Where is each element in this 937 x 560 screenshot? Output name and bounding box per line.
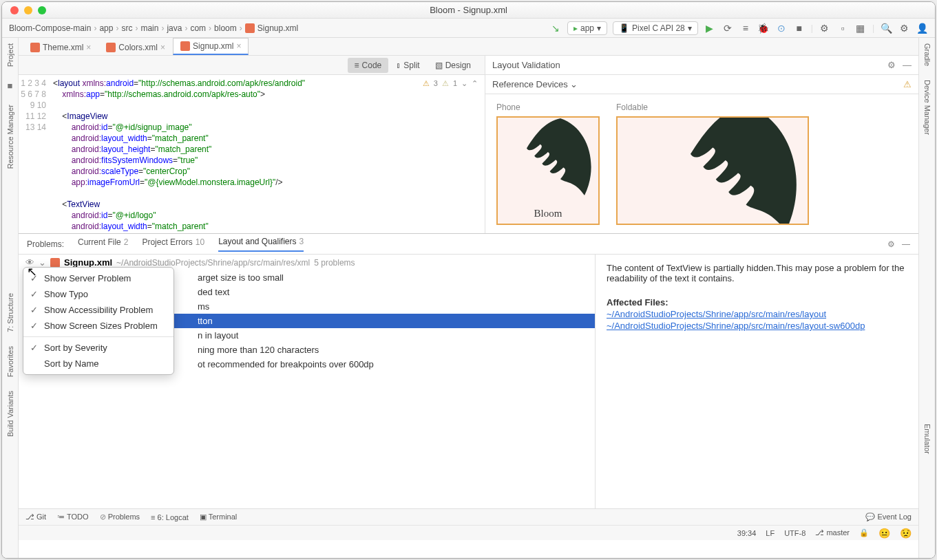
view-tab-code[interactable]: ≡ Code (348, 58, 389, 73)
problem-item-selected[interactable]: tton (156, 314, 595, 328)
settings-icon[interactable]: ⚙ (898, 22, 910, 34)
inspection-summary[interactable]: ⚠3 ⚠1 ⌄ ⌃ (423, 78, 478, 89)
rail-project[interactable]: Project (6, 43, 14, 67)
rail-gradle[interactable]: Gradle (923, 43, 931, 66)
rail-build-variants[interactable]: Build Variants (6, 391, 14, 437)
editor-tabs: Theme.xml× Colors.xml× Signup.xml× (19, 38, 918, 56)
view-tab-split[interactable]: ⫾ Split (390, 58, 426, 73)
warning-icon[interactable]: ⚠ (903, 79, 912, 89)
avd-icon[interactable]: ⚙ (819, 22, 831, 34)
reference-devices-dropdown[interactable]: Reference Devices ⌄ (492, 79, 578, 89)
sdk-icon[interactable]: ▫ (836, 22, 849, 34)
run-config-dropdown[interactable]: ▸app▾ (567, 21, 607, 35)
tab-theme[interactable]: Theme.xml× (23, 39, 98, 55)
tool-event-log[interactable]: 💬 Event Log (865, 513, 912, 521)
tab-colors[interactable]: Colors.xml× (98, 39, 173, 55)
menu-show-typo[interactable]: ✓Show Typo (23, 286, 173, 302)
menu-sort-severity[interactable]: ✓Sort by Severity (23, 340, 173, 356)
menu-sort-name[interactable]: Sort by Name (23, 356, 173, 371)
warning-icon: ⚠ (423, 78, 430, 89)
rail-device-manager[interactable]: Device Manager (923, 80, 931, 135)
profiler-icon[interactable]: 🐞 (757, 22, 770, 34)
problem-item[interactable]: ded text (156, 285, 595, 299)
code-editor[interactable]: 1 2 3 4 5 6 7 8 9 10 11 12 13 14 <layout… (19, 75, 485, 233)
maximize-window[interactable] (38, 6, 46, 14)
breadcrumb[interactable]: Bloom-Compose-main› app› src› main› java… (9, 23, 549, 33)
preview-foldable[interactable] (616, 116, 809, 225)
ide-status-sad-icon[interactable]: 😟 (900, 528, 912, 539)
menu-show-screen-sizes[interactable]: ✓Show Screen Sizes Problem (23, 318, 173, 334)
run-icon[interactable]: ▶ (704, 22, 716, 34)
menu-show-server-problem[interactable]: ✓Show Server Problem (23, 270, 173, 286)
tool-logcat[interactable]: ≡ 6: Logcat (151, 513, 189, 521)
left-tool-rail: Project ■ Resource Manager 7: Structure … (2, 38, 19, 558)
rail-structure[interactable]: 7: Structure (6, 293, 14, 332)
gear-icon[interactable]: ⚙ (887, 60, 896, 70)
close-window[interactable] (10, 6, 19, 14)
problem-item[interactable]: n in layout (156, 328, 595, 343)
coverage-icon[interactable]: ≡ (739, 22, 752, 34)
layout-validation-header: Layout Validation ⚙— (485, 56, 918, 75)
stop-icon[interactable]: ■ (793, 22, 806, 34)
preview-phone[interactable]: Bloom (496, 116, 600, 225)
status-line-sep[interactable]: LF (766, 529, 775, 537)
ide-status-happy-icon[interactable]: 😐 (878, 528, 890, 539)
weak-warning-icon: ⚠ (442, 78, 449, 89)
device-dropdown[interactable]: 📱Pixel C API 28▾ (613, 21, 698, 35)
problem-item[interactable]: ning more than 120 characters (156, 343, 595, 357)
rail-emulator[interactable]: Emulator (923, 424, 931, 454)
problems-tab-current[interactable]: Current File2 (78, 237, 128, 251)
minimize-icon[interactable]: — (903, 60, 912, 70)
tool-problems[interactable]: ⊘ Problems (100, 513, 140, 521)
code-content[interactable]: <layout xmlns:android="http://schemas.an… (53, 75, 485, 233)
folder-icon[interactable]: ■ (8, 80, 13, 91)
chevron-down-icon[interactable]: ⌄ (461, 78, 467, 89)
affected-file-link[interactable]: ~/AndroidStudioProjects/Shrine/app/src/m… (607, 321, 907, 331)
debug-icon[interactable]: ⟳ (722, 22, 734, 34)
device-previews: Phone Bloom Foldable (485, 94, 918, 233)
problems-tab-layout[interactable]: Layout and Qualifiers3 (218, 237, 304, 252)
device-label-phone: Phone (496, 103, 600, 112)
chevron-down-icon: ⌄ (570, 79, 578, 89)
status-branch[interactable]: ⎇ master (815, 528, 850, 537)
problem-item[interactable]: arget size is too small (156, 270, 595, 285)
attach-icon[interactable]: ⊙ (775, 22, 788, 34)
xml-file-icon (106, 43, 116, 52)
problem-item[interactable]: ot recommended for breakpoints over 600d… (156, 357, 595, 371)
close-icon[interactable]: × (160, 43, 165, 52)
tool-terminal[interactable]: ▣ Terminal (200, 513, 237, 521)
xml-file-icon (30, 43, 40, 52)
rail-resource-manager[interactable]: Resource Manager (6, 105, 14, 169)
chevron-up-icon[interactable]: ⌃ (472, 78, 478, 89)
status-encoding[interactable]: UTF-8 (784, 529, 806, 537)
problems-tab-project[interactable]: Project Errors10 (142, 237, 204, 251)
view-tab-design[interactable]: ▧ Design (428, 58, 478, 73)
minimize-icon[interactable]: — (902, 239, 910, 249)
leaf-image (507, 116, 600, 210)
minimize-window[interactable] (24, 6, 32, 14)
account-icon[interactable]: 👤 (916, 22, 928, 34)
tab-signup[interactable]: Signup.xml× (173, 38, 249, 55)
affected-file-link[interactable]: ~/AndroidStudioProjects/Shrine/app/src/m… (607, 309, 907, 319)
problem-description: The content of TextView is partially hid… (607, 263, 907, 283)
affected-files-label: Affected Files: (607, 297, 668, 308)
main-toolbar: Bloom-Compose-main› app› src› main› java… (2, 19, 935, 38)
right-tool-rail: Gradle Device Manager Emulator (918, 38, 935, 558)
close-icon[interactable]: × (236, 41, 241, 51)
problem-item[interactable]: ms (156, 299, 595, 314)
rail-favorites[interactable]: Favorites (6, 346, 14, 377)
close-icon[interactable]: × (86, 43, 91, 52)
gear-icon[interactable]: ⚙ (887, 239, 895, 249)
xml-file-icon (245, 23, 255, 33)
cursor-icon: ↖ (27, 264, 37, 279)
chevron-down-icon[interactable]: ⌄ (39, 257, 46, 268)
status-position[interactable]: 39:34 (737, 529, 757, 537)
sync-icon[interactable]: ↘ (549, 22, 562, 34)
tool-git[interactable]: ⎇ Git (25, 513, 46, 521)
menu-show-accessibility[interactable]: ✓Show Accessibility Problem (23, 302, 173, 318)
tool-todo[interactable]: ≔ TODO (57, 513, 88, 521)
layout-icon[interactable]: ▦ (854, 22, 867, 34)
lock-icon[interactable]: 🔒 (859, 528, 869, 537)
filter-context-menu: ✓Show Server Problem ✓Show Typo ✓Show Ac… (23, 267, 174, 375)
search-icon[interactable]: 🔍 (880, 22, 892, 34)
